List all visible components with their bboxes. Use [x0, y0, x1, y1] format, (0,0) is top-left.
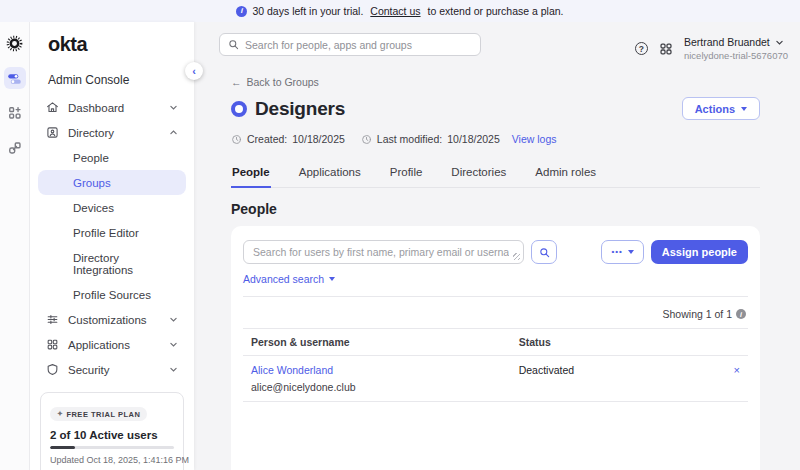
sidebar-item-dashboard[interactable]: Dashboard: [38, 95, 186, 120]
caret-down-icon: [741, 107, 747, 111]
global-search-input[interactable]: [245, 39, 472, 51]
search-icon: [539, 247, 550, 258]
active-users-count: 2 of 10 Active users: [50, 429, 174, 441]
showing-label: Showing 1 of 1: [663, 308, 732, 320]
person-name-link[interactable]: Alice Wonderland: [251, 364, 503, 376]
column-actions: [708, 329, 748, 356]
sidebar-item-groups[interactable]: Groups: [38, 170, 186, 195]
admin-console-switcher-icon[interactable]: [4, 67, 26, 89]
usage-updated-timestamp: Updated Oct 18, 2025, 1:41:16 PM: [50, 455, 174, 465]
section-title: People: [231, 201, 760, 217]
trial-banner: i 30 days left in your trial. Contact us…: [0, 0, 800, 22]
sidebar-item-people[interactable]: People: [38, 145, 186, 170]
actions-label: Actions: [695, 103, 735, 115]
banner-text: 30 days left in your trial.: [252, 5, 363, 17]
chevron-down-icon: [169, 365, 178, 374]
caret-down-icon: [628, 250, 634, 254]
back-link-label: Back to Groups: [247, 76, 319, 88]
sidebar-item-label: Directory: [68, 127, 114, 139]
person-username: alice@nicelydone.club: [251, 381, 503, 393]
divider: [243, 296, 748, 297]
group-icon: [231, 101, 247, 117]
help-icon[interactable]: ?: [635, 42, 648, 55]
info-icon: i: [236, 6, 247, 17]
column-status: Status: [511, 329, 708, 356]
add-apps-icon[interactable]: [4, 102, 26, 124]
trial-plan-card: ✦ FREE TRIAL PLAN 2 of 10 Active users U…: [40, 392, 184, 470]
group-meta: Created: 10/18/2025 Last modified: 10/18…: [231, 133, 760, 145]
chevron-down-icon: [169, 340, 178, 349]
clock-icon: [231, 134, 242, 145]
tab-applications[interactable]: Applications: [298, 166, 362, 187]
modified-value: 10/18/2025: [447, 133, 500, 145]
sidebar-item-profile-sources[interactable]: Profile Sources: [38, 282, 186, 307]
main-area: ? Bertrand Bruandet nicelydone-trial-567…: [194, 22, 800, 470]
tab-bar: People Applications Profile Directories …: [231, 166, 760, 188]
sidebar-collapse-button[interactable]: ‹: [185, 62, 203, 80]
people-table: Person & username Status Alice Wonderlan…: [243, 328, 748, 402]
view-logs-link[interactable]: View logs: [512, 133, 557, 145]
sidebar-item-directory[interactable]: Directory: [38, 120, 186, 145]
tab-directories[interactable]: Directories: [450, 166, 507, 187]
user-menu[interactable]: Bertrand Bruandet nicelydone-trial-56760…: [684, 36, 788, 61]
okta-wordmark: okta: [30, 22, 194, 56]
tab-admin-roles[interactable]: Admin roles: [534, 166, 597, 187]
tab-people[interactable]: People: [231, 166, 271, 188]
topbar: ? Bertrand Bruandet nicelydone-trial-567…: [194, 22, 800, 61]
global-search[interactable]: [219, 33, 481, 56]
actions-button[interactable]: Actions: [682, 97, 760, 120]
active-users-progressbar: [50, 446, 174, 449]
title-row: Designers Actions: [231, 97, 760, 120]
sidebar-item-profile-editor[interactable]: Profile Editor: [38, 220, 186, 245]
ellipsis-icon: •••: [611, 248, 622, 256]
person-status: Deactivated: [511, 356, 708, 402]
chevron-down-icon: [169, 315, 178, 324]
tab-profile[interactable]: Profile: [389, 166, 424, 187]
more-options-button[interactable]: •••: [601, 240, 643, 264]
table-row: Alice Wonderland alice@nicelydone.club D…: [243, 356, 748, 402]
admin-console-title: Admin Console: [30, 56, 194, 93]
org-name: nicelydone-trial-5676070: [684, 50, 788, 61]
caret-down-icon: [329, 277, 335, 281]
user-name: Bertrand Bruandet: [684, 36, 770, 48]
created-label: Created:: [247, 133, 287, 145]
sidebar-item-devices[interactable]: Devices: [38, 195, 186, 220]
assign-people-button[interactable]: Assign people: [651, 240, 748, 264]
created-value: 10/18/2025: [292, 133, 345, 145]
modified-label: Last modified:: [377, 133, 442, 145]
shield-icon: [46, 363, 59, 376]
info-icon: i: [736, 309, 746, 319]
sidebar-item-label: Dashboard: [68, 102, 124, 114]
back-to-groups-link[interactable]: ← Back to Groups: [231, 76, 319, 88]
sidebar-item-customizations[interactable]: Customizations: [38, 307, 186, 332]
chevron-up-icon: [169, 128, 178, 137]
resize-grip-icon[interactable]: [513, 253, 520, 260]
back-arrow-icon: ←: [231, 76, 242, 88]
people-toolbar: ••• Assign people: [243, 240, 748, 264]
directory-icon: [46, 126, 59, 139]
advanced-search-label: Advanced search: [243, 273, 324, 285]
link-resources-icon[interactable]: [4, 137, 26, 159]
app-rail: [0, 22, 30, 470]
sidebar-item-applications[interactable]: Applications: [38, 332, 186, 357]
trial-plan-badge: ✦ FREE TRIAL PLAN: [50, 407, 147, 421]
user-search-input[interactable]: [244, 241, 523, 263]
remove-person-icon[interactable]: ×: [734, 364, 740, 376]
search-icon: [228, 39, 239, 50]
star-icon: ✦: [57, 410, 63, 418]
user-search[interactable]: [243, 240, 524, 264]
sidebar-item-label: Applications: [68, 339, 130, 351]
sidebar-item-directory-integrations[interactable]: Directory Integrations: [38, 245, 186, 282]
sidebar-item-security[interactable]: Security: [38, 357, 186, 382]
sidebar-item-label: Security: [68, 364, 110, 376]
advanced-search-link[interactable]: Advanced search: [243, 273, 335, 285]
banner-contact-us-link[interactable]: Contact us: [370, 5, 420, 17]
chevron-down-icon: [775, 38, 784, 47]
user-search-button[interactable]: [531, 240, 557, 264]
okta-logo-icon: [4, 32, 26, 54]
people-panel: ••• Assign people Advanced search Showin…: [231, 226, 760, 470]
app-switcher-icon[interactable]: [659, 42, 673, 56]
topbar-right: ? Bertrand Bruandet nicelydone-trial-567…: [635, 33, 788, 61]
table-header-row: Person & username Status: [243, 329, 748, 356]
sidebar-nav: Dashboard Directory People Groups Device…: [30, 93, 194, 382]
